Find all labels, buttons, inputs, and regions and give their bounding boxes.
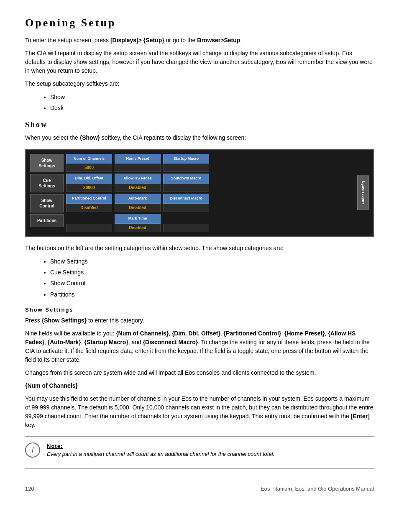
fader-config-button[interactable]: Fader Config [357,176,369,210]
intro-line2: The CIA will repaint to display the setu… [25,49,374,75]
num-channels-text: You may use this field to set the number… [25,394,374,430]
bullet-partitions: Partitions [50,290,374,299]
field-header-home-preset: Home Preset [115,154,161,164]
press-text: Press {Show Settings} to enter this cate… [25,316,374,325]
field-home-preset[interactable]: Home Preset [115,154,161,172]
field-auto-mark[interactable]: Auto-Mark Disabled [115,194,161,212]
field-shutdown-macro[interactable]: Shutdown Macro [163,174,209,192]
field-allow-hs-fades[interactable]: Allow HS Fades Disabled [115,174,161,192]
field-header-mark-time: Mark Time [115,214,161,224]
after-screen-bullets: Show Settings Cue Settings Show Control … [50,257,374,299]
field-value-home-preset [115,164,161,172]
cia-screen: ShowSettings CueSettings ShowControl Par… [25,149,374,237]
btn-partitions[interactable]: Partitions [30,214,64,227]
show-intro: When you select the {Show} softkey, the … [25,133,374,142]
field-value-empty-2 [163,224,209,232]
field-header-auto-mark: Auto-Mark [115,194,161,204]
note-box: i Note: Every part in a multipart channe… [25,436,374,469]
bullet-cue-settings: Cue Settings [50,268,374,277]
page-number: 120 [25,486,34,492]
field-header-empty-1 [66,214,112,224]
grid-row-2: Dim. Dbl. Offset 20000 Allow HS Fades Di… [66,174,352,192]
grid-row-3: Partitioned Control Disabled Auto-Mark D… [66,194,352,212]
note-label: Note: [47,443,63,449]
field-header-num-channels: Num of Channels [66,154,112,164]
fields-text: Nine fields will be available to you: {N… [25,329,374,364]
field-header-shutdown-macro: Shutdown Macro [163,174,209,184]
intro-line1: To enter the setup screen, press [Displa… [25,36,374,45]
grid-row-4: Mark Time Disabled [66,214,352,232]
field-value-dim-dbl-offset: 20000 [66,184,112,192]
field-startup-macro[interactable]: Startup Macro [163,154,209,172]
field-header-dim-dbl-offset: Dim. Dbl. Offset [66,174,112,184]
note-text: Every part in a multipart channel will c… [47,450,374,458]
field-value-empty-1 [66,224,112,232]
manual-title: Eos Titanium, Eos, and Gio Operations Ma… [261,486,374,492]
page-footer: 120 Eos Titanium, Eos, and Gio Operation… [25,486,374,492]
field-empty-2 [163,214,209,232]
field-value-num-channels: 5000 [66,164,112,172]
field-mark-time[interactable]: Mark Time Disabled [115,214,161,232]
num-channels-heading: {Num of Channels} [25,382,78,389]
field-value-allow-hs-fades: Disabled [115,184,161,192]
btn-show-control[interactable]: ShowControl [30,194,64,212]
field-value-startup-macro [163,164,209,172]
show-heading: Show [25,120,374,129]
page-title: Opening Setup [25,17,374,29]
field-num-channels[interactable]: Num of Channels 5000 [66,154,112,172]
intro-line3: The setup subcategory softkeys are: [25,79,374,88]
field-header-disconnect-macro: Disconnect Macro [163,194,209,204]
left-buttons-panel: ShowSettings CueSettings ShowControl Par… [30,154,64,232]
field-header-partitioned-control: Partitioned Control [66,194,112,204]
grid-row-1: Num of Channels 5000 Home Preset Startup… [66,154,352,172]
field-disconnect-macro[interactable]: Disconnect Macro [163,194,209,212]
bullet-desk: Desk [50,103,374,113]
field-value-disconnect-macro [163,204,209,212]
field-empty-1 [66,214,112,232]
bullet-show: Show [50,92,374,102]
after-screen-text: The buttons on the left are the setting … [25,244,374,253]
bullet-show-settings: Show Settings [50,257,374,266]
field-partitioned-control[interactable]: Partitioned Control Disabled [66,194,112,212]
note-content: Note: Every part in a multipart channel … [47,442,374,463]
field-value-partitioned-control: Disabled [66,204,112,212]
field-header-allow-hs-fades: Allow HS Fades [115,174,161,184]
field-header-empty-2 [163,214,209,224]
right-panel: Fader Config [357,154,369,232]
btn-cue-settings[interactable]: CueSettings [30,174,64,192]
field-header-startup-macro: Startup Macro [163,154,209,164]
field-value-shutdown-macro [163,184,209,192]
field-dim-dbl-offset[interactable]: Dim. Dbl. Offset 20000 [66,174,112,192]
show-settings-heading: Show Settings [25,307,374,313]
info-icon: i [25,442,40,458]
intro-bullets: Show Desk [50,92,374,113]
field-value-auto-mark: Disabled [115,204,161,212]
changes-text: Changes from this screen are system wide… [25,368,374,377]
btn-show-settings[interactable]: ShowSettings [30,154,64,172]
fields-grid: Num of Channels 5000 Home Preset Startup… [66,154,352,232]
bullet-show-control: Show Control [50,279,374,288]
field-value-mark-time: Disabled [115,224,161,232]
